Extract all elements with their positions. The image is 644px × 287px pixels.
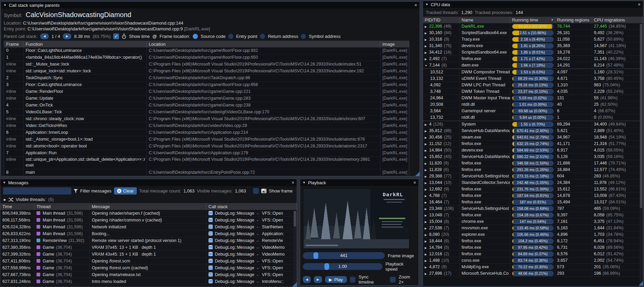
callstack-list-icon[interactable] [208, 272, 213, 277]
sync-timeline-label[interactable]: Sync timeline [358, 274, 384, 285]
callstack-row[interactable]: 8mainC:\Users\wolf\Desktop\darkrl\src\En… [4, 169, 409, 176]
callstack-titlebar[interactable]: ▼ Call stack sample parents × [1, 2, 420, 9]
expand-icon[interactable]: ▶ [425, 147, 429, 153]
cpu-row[interactable]: ▶29,388(77)ServiceHub.SettingsHost273.15… [423, 173, 643, 180]
cpu-row[interactable]: ▶14,784(5)firefox.exe97.95 ms (0.42%)6,7… [423, 244, 643, 251]
column-header-cpu-migrations[interactable]: CPU migrations [592, 17, 643, 23]
collapse-icon[interactable]: ▼ [3, 181, 6, 184]
cpu-row[interactable]: ▶11,820(9)firefox.exe346.58 ms (1.50%)21… [423, 160, 643, 167]
callstack-list-icon[interactable] [208, 245, 213, 249]
collapse-icon[interactable]: ▼ [425, 3, 428, 6]
close-icon[interactable]: × [413, 180, 416, 185]
message-callstack[interactable]: DebugLog::Message←VideoMemo [206, 244, 297, 250]
message-callstack[interactable]: DebugLog::Message←RemoteVie [206, 237, 297, 244]
message-row[interactable]: 627,313,190nsRemoteView(31,392)Remote vi… [0, 237, 297, 244]
message-row[interactable]: 627,380,356nsGame(36,704)VRAM 37x45: 13 … [0, 244, 297, 251]
expand-icon[interactable]: ▶ [425, 24, 429, 29]
callstack-row[interactable]: inlinestd::_Atomic_storage<bool,1>::load… [4, 136, 409, 143]
column-header-image[interactable]: Image [380, 41, 409, 47]
callstack-row[interactable]: 3Floor::CalcLightNoLuminanceC:\Users\wol… [4, 82, 409, 88]
callstack-list-icon[interactable] [208, 211, 213, 215]
cpu-row[interactable]: ▶16,464(7)firefox.exe187 ms (0.81%)15,49… [423, 199, 643, 205]
clear-button[interactable]: × Clear [114, 187, 137, 195]
callstack-row[interactable]: 7Application::RunC:\Users\wolf\Desktop\d… [4, 150, 409, 157]
callstack-row[interactable]: 2TaskDispatch::SyncC:\Users\wolf\Desktop… [4, 75, 409, 82]
cpu-row[interactable]: 10,512DWM Compositor Thread1.53 s (6.63%… [423, 69, 643, 75]
expand-icon[interactable]: ▶ [425, 245, 429, 250]
cpu-row[interactable]: ▶12,016(2)firefox.exe84.89 ms (0.37%)6,5… [423, 251, 643, 257]
cpu-row[interactable]: ▶15,652(43)ServiceHub.DataWarehou580.22 … [423, 154, 643, 160]
cpu-row[interactable]: ▶14,984(50)devenv.exe584.69 ms (2.53%)6,… [423, 147, 643, 154]
expand-icon[interactable]: ▶ [425, 206, 429, 212]
cpu-row[interactable]: ▶10,316(9)Tracy.exe2.18 s (9.45%)11,0585… [423, 36, 643, 43]
cpu-row[interactable]: ▶11,828(6)firefox.exe291.26 ms (1.26%)16… [423, 167, 643, 173]
expand-icon[interactable]: ▶ [425, 173, 429, 179]
radio-source-code[interactable] [193, 34, 198, 39]
messages-scrollbar-thumb[interactable] [294, 211, 296, 227]
expand-icon[interactable]: ▶ [425, 167, 429, 173]
cpu-row[interactable]: 20,508ntdll.dll1.01 ms (0.00%)4025(62.50… [423, 101, 643, 108]
expand-icon[interactable]: ▶ [425, 219, 429, 225]
cpu-row[interactable]: ▶4(126)System1.55 s (6.70%)69,29434,400(… [423, 121, 643, 128]
callstack-row[interactable]: 4Game::OnTickC:\Users\wolf\Desktop\darkr… [4, 102, 409, 109]
message-callstack[interactable]: DebugLog::Message←VFS::Open [206, 271, 297, 278]
show-frame-checkbox[interactable] [253, 188, 259, 194]
cpu-row[interactable]: ▶13,048(7)firefox.exe154.28 ms (0.67%)9,… [423, 212, 643, 218]
expand-icon[interactable]: ▶ [425, 154, 429, 160]
message-row[interactable]: 627,558,996nsGame(36,704)Opening /forest… [0, 264, 297, 271]
cpu-row[interactable]: ▼7,144(8)dwm.exe1.66 s (7.18%)14,2918,21… [423, 62, 643, 69]
callstack-list-icon[interactable] [208, 266, 213, 270]
expand-icon[interactable]: ▶ [425, 121, 429, 127]
message-row[interactable]: 627,399,326nsGame(36,704)VRAM 43x45: 15 … [0, 251, 297, 258]
cpu-row[interactable]: ▶27,696(17)Microsoft.ServiceHub.Co48.06 … [423, 270, 643, 277]
prev-callstack-button[interactable]: ◀ [40, 33, 49, 39]
radio-return-address-label[interactable]: Return address [268, 34, 298, 39]
expand-icon[interactable]: ▶ [425, 56, 429, 62]
radio-symbol-address[interactable] [301, 34, 306, 39]
playback-titlebar[interactable]: ▼ Playback × [300, 179, 419, 186]
callstack-row[interactable]: inlinestd::atomic<bool>::operator boolC:… [4, 143, 409, 150]
expand-icon[interactable]: ▶ [425, 193, 429, 199]
expand-icon[interactable]: ▶ [425, 232, 429, 238]
cpu-row[interactable]: 13,732ntdll.dll5.84 us (0.00%)10(0.00%) [423, 114, 643, 121]
message-callstack[interactable]: DebugLog::Message←VFS::Open [206, 217, 297, 223]
column-header-thread[interactable]: Thread [34, 203, 90, 210]
message-callstack[interactable]: DebugLog::Message←VideoMemo [206, 251, 297, 257]
cpu-row[interactable]: ▶31,340(75)devenv.exe1.91 s (8.26%)35,36… [423, 43, 643, 49]
cpu-row[interactable]: ▶35,812(88)ServiceHub.DataWarehou670.41 … [423, 128, 643, 134]
radio-source-code-label[interactable]: Source code [201, 34, 225, 39]
cpu-scrollbar-thumb[interactable] [640, 24, 642, 208]
expand-icon[interactable]: ▶ [425, 258, 429, 263]
callstack-row[interactable]: inlinestd::chrono::steady_clock::nowC:\P… [4, 116, 409, 123]
callstack-row[interactable]: 6Application::InnerLoopC:\Users\wolf\Des… [4, 129, 409, 136]
callstack-row[interactable]: 0Floor::CalcLightNoLuminanceC:\Users\wol… [4, 47, 409, 54]
expand-icon[interactable]: ▶ [425, 186, 429, 192]
cpu-row[interactable]: ▶1,488(10)csrss.exe83.74 ms (0.36%)3,657… [423, 257, 643, 264]
message-callstack[interactable]: DebugLog::Message←IntroMenu:: [206, 278, 297, 285]
callstack-row[interactable]: 1<lambda_84a19dc444fae966ca174e83e708bdc… [4, 54, 409, 61]
expand-icon[interactable]: ▶ [425, 271, 429, 276]
callstack-row[interactable]: inlinestd::unique_ptr<Application,std::d… [4, 157, 409, 169]
expand-icon[interactable]: ▶ [425, 160, 429, 166]
radio-symbol-address-label[interactable]: Symbol address [309, 34, 340, 39]
cpu-row[interactable]: ▶18,444(6)firefox.exe104.2 ms (0.45%)8,1… [423, 238, 643, 244]
radio-entry-point[interactable] [228, 34, 233, 39]
playback-speed-slider[interactable]: 1.00 [303, 263, 382, 270]
callstack-list-icon[interactable] [208, 279, 213, 284]
message-row[interactable]: 627,411,606nsGame(36,704)Opening /forest… [0, 258, 297, 264]
callstack-row[interactable]: inlinestd::unique_lock<std::mutex>::lock… [4, 68, 409, 75]
column-header-location[interactable]: Location [147, 41, 380, 47]
entry-point-value[interactable]: C:\Users\wolf\Desktop\darkrl\src\game\vi… [27, 26, 183, 31]
cpu-row[interactable]: ▶34,412(18)ScriptedSandbox64.exe1.85 s (… [423, 49, 643, 56]
callstack-list-icon[interactable] [208, 231, 213, 236]
message-row[interactable]: 606,117,568nsMain thread(31,596)Opening … [0, 217, 297, 224]
message-callstack[interactable]: DebugLog::Message←VFS::Open [206, 264, 297, 271]
cpu-row[interactable]: ▶27,536(7)msvsmon.exe133.45 ms (0.58%)5,… [423, 225, 643, 231]
radio-entry-point-label[interactable]: Entry point [236, 34, 257, 39]
cpu-row[interactable]: 13,132uDWM Event Thread68.29 ms (0.30%)4… [423, 75, 643, 82]
message-callstack[interactable]: DebugLog::Message←StartNetwo [206, 224, 297, 230]
callstack-row[interactable]: 5VideoGLBase::TickC:\Users\wolf\Desktop\… [4, 109, 409, 116]
expand-icon[interactable]: ▶ [425, 141, 429, 147]
expand-icon[interactable]: ▶ [425, 128, 429, 134]
messages-scrollbar[interactable] [293, 211, 296, 286]
